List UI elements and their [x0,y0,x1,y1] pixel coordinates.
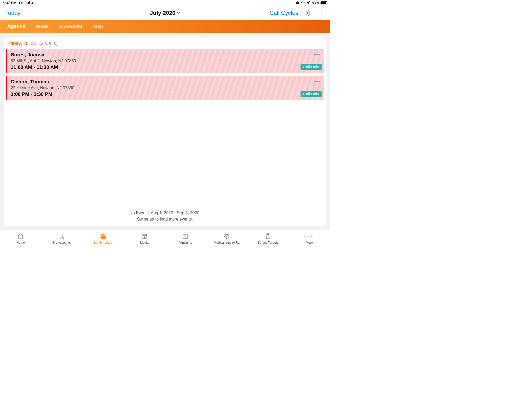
tab-label: Survey Targets [258,241,278,244]
tab-media[interactable]: Media [124,230,165,247]
call-badge: Call Only [301,91,322,97]
medical-icon [223,233,231,240]
view-tabs: Agenda Week Scheduler Map [0,20,330,33]
tab-week[interactable]: Week [36,24,49,30]
accounts-icon [58,233,66,240]
day-header: Friday, Jul 31 (2 Calls) [6,39,324,49]
tab-more[interactable]: ○○○ More [289,230,330,247]
no-events-line2: Swipe up to load more events. [4,216,326,222]
more-icon[interactable]: ••• [314,52,321,57]
loading-icon: ✻ [296,1,299,5]
battery-icon [321,1,327,4]
month-picker[interactable]: July 2020 [150,10,180,16]
chevron-down-icon [177,11,180,15]
call-cycles-button[interactable]: Call Cycles [270,10,298,16]
call-card[interactable]: ••• Bores, Jocosa 62 Mill St, Apt 2, New… [6,49,324,73]
wifi-icon [301,1,305,5]
tab-medical-inquiry[interactable]: Medical Inquiry F... [206,230,248,247]
tab-my-accounts[interactable]: My Accounts [41,230,83,247]
schedule-icon [99,233,107,240]
call-time: 3:00 PM - 3:30 PM [11,91,320,97]
tab-my-schedule[interactable]: My Schedule [83,230,124,247]
tab-map[interactable]: Map [93,24,103,30]
content-area: Friday, Jul 31 (2 Calls) ••• Bores, Joco… [0,33,330,230]
settings-button[interactable] [305,10,312,16]
tab-agenda[interactable]: Agenda [7,23,25,30]
vinsights-icon [182,233,189,240]
media-icon [141,233,148,240]
bottom-tabbar: Home My Accounts My Schedule Media VInsi… [0,230,330,247]
home-icon [17,233,24,240]
no-events-line1: No Events: Aug 1, 2020 - Sep 5, 2020. [4,210,326,216]
tab-vinsights[interactable]: VInsights [165,230,206,247]
svg-rect-4 [142,234,147,238]
call-count: (2 Calls) [39,41,58,46]
svg-point-0 [303,3,303,4]
status-bar: 5:37 PM Fri Jul 31 ✻ 83% [0,0,330,6]
svg-point-2 [61,234,63,236]
tab-home[interactable]: Home [0,230,41,247]
svg-rect-5 [183,234,188,238]
tab-survey-targets[interactable]: Survey Targets [248,230,289,247]
svg-rect-3 [101,234,105,239]
call-card[interactable]: ••• Cichon, Thomas 22 Hillside Ave, Newt… [6,76,324,100]
location-icon [307,1,310,5]
svg-point-1 [307,12,309,14]
tab-label: My Accounts [53,241,71,244]
call-time: 11:00 AM - 11:30 AM [11,64,320,70]
agenda-panel[interactable]: Friday, Jul 31 (2 Calls) ••• Bores, Joco… [4,37,326,226]
survey-icon [264,233,272,240]
tab-label: More [306,241,313,244]
status-date: Fri Jul 31 [19,1,35,5]
tab-label: VInsights [179,241,192,244]
status-time: 5:37 PM [3,1,16,5]
tab-label: Media [140,241,149,244]
tab-scheduler[interactable]: Scheduler [59,24,83,30]
call-name: Bores, Jocosa [11,52,320,58]
more-icon: ○○○ [305,233,313,240]
tab-label: Medical Inquiry F... [214,241,240,244]
call-badge: Call Only [301,64,322,70]
call-address: 22 Hillside Ave, Newton, NJ 07860 [11,86,320,90]
battery-percent: 83% [312,1,319,5]
call-name: Cichon, Thomas [11,79,320,85]
tab-label: My Schedule [94,241,112,244]
day-label: Friday, Jul 31 [7,41,37,46]
call-address: 62 Mill St, Apt 2, Newton, NJ 07860 [11,59,320,63]
tab-label: Home [16,241,25,244]
month-title: July 2020 [150,10,175,16]
today-button[interactable]: Today [5,10,21,16]
no-events-message: No Events: Aug 1, 2020 - Sep 5, 2020. Sw… [4,210,326,222]
more-icon[interactable]: ••• [314,79,321,84]
app-header: Today July 2020 Call Cycles [0,6,330,20]
add-button[interactable] [318,10,325,16]
